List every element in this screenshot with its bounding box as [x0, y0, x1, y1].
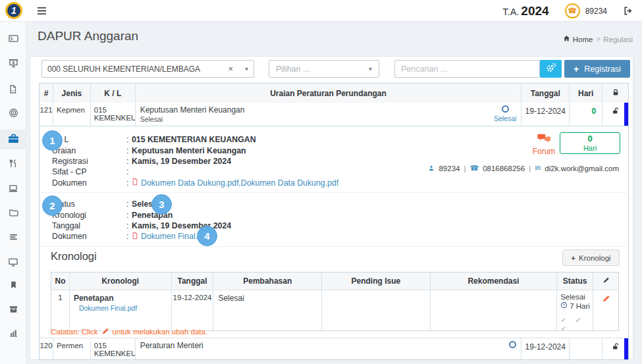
status-ring-icon[interactable] — [502, 105, 509, 113]
presentation-icon — [9, 59, 18, 71]
kronologi-table: No Kronologi Tanggal Pembahasan Pending … — [51, 272, 619, 331]
unlock-icon — [612, 107, 620, 117]
breadcrumb: Home > Regulasi — [563, 35, 633, 43]
sidebar-item-presentation[interactable] — [0, 55, 26, 74]
sidebar-item-target[interactable] — [0, 104, 26, 124]
status-ring-icon[interactable] — [509, 341, 516, 348]
kronologi-title: Kronologi — [51, 250, 97, 263]
callout-2: 2 — [42, 195, 63, 216]
contact-phone[interactable]: 0816868256 — [483, 165, 525, 172]
kcell-no: 1 — [51, 290, 70, 330]
kl-filter-value: 000 SELURUH KEMENTERIAN/LEMBAGA — [47, 65, 228, 74]
sidebar-item-stream[interactable] — [0, 228, 26, 248]
app-screen: 1 T.A.2024 ☎ 89234 — [0, 0, 642, 364]
forum-chat-icon — [537, 137, 551, 146]
callout-3: 3 — [151, 194, 172, 215]
sidebar — [0, 22, 26, 364]
callout-4: 4 — [197, 226, 217, 246]
laptop-icon — [8, 184, 18, 196]
cell-no: 120 — [40, 338, 53, 359]
main-panel: 000 SELURUH KEMENTERIAN/LEMBAGA × ▾ Pili… — [30, 56, 633, 360]
pilihan-select[interactable]: Pilihan ... ▾ — [269, 60, 379, 78]
edit-row-button[interactable] — [593, 290, 618, 330]
contact-email[interactable]: di2k.work@gmail.com — [545, 165, 619, 172]
signout-icon[interactable] — [623, 6, 633, 16]
session-badge[interactable]: ☎ 89234 — [565, 3, 607, 18]
pencil-icon — [602, 276, 610, 286]
header-jenis: Jenis — [53, 84, 91, 103]
sidebar-item-bookmark[interactable] — [0, 276, 26, 296]
unlock-icon — [612, 342, 620, 353]
header-uraian: Uraian Peraturan Perundangan — [136, 84, 522, 103]
sidebar-item-utensils[interactable] — [0, 155, 26, 174]
search-input[interactable] — [395, 61, 539, 77]
kcell-rekomendasi — [431, 290, 558, 330]
folder-icon — [9, 208, 18, 220]
regulasi-table: # Jenis K / L Uraian Peraturan Perundang… — [39, 83, 629, 360]
cell-hari: 0 — [570, 103, 602, 126]
cell-lock[interactable] — [602, 338, 628, 359]
bar-chart-icon — [9, 328, 18, 340]
logo-text: 1 — [11, 5, 16, 16]
phone-icon: ☎ — [469, 164, 479, 172]
progress-check-icons: ✔ ✔ ✔ — [560, 316, 593, 330]
clear-filter-icon[interactable]: × — [228, 64, 233, 74]
settings-button[interactable] — [540, 60, 562, 78]
cell-hari — [570, 338, 602, 359]
pilihan-placeholder: Pilihan ... — [276, 65, 369, 74]
add-kronologi-button[interactable]: + Kronologi — [562, 249, 620, 266]
chevron-down-icon: ▾ — [369, 65, 372, 72]
breadcrumb-current: Regulasi — [603, 36, 633, 43]
detail-uraian-value: Keputusan Menteri Keuangan — [132, 146, 246, 155]
sidebar-item-folder[interactable] — [0, 204, 26, 224]
utensils-icon — [9, 159, 18, 171]
kcell-pending-isue — [322, 290, 431, 330]
desktop-icon — [8, 257, 18, 270]
briefcase-icon — [8, 133, 19, 147]
divider — [41, 246, 627, 247]
detail-registrasi-value: Kamis, 19 Desember 2024 — [132, 157, 231, 166]
registrasi-button[interactable]: + Registrasi — [564, 60, 630, 78]
stream-icon — [9, 232, 18, 244]
menu-toggle-icon[interactable] — [37, 6, 47, 18]
breadcrumb-home[interactable]: Home — [563, 35, 593, 43]
kron-dokumen-link[interactable]: Dokumen Final.pdf — [79, 304, 169, 312]
dokumen-dukung-link[interactable]: Dokumen Data Dukung.pdf,Dokumen Data Duk… — [132, 178, 338, 188]
sidebar-item-file-signature[interactable] — [0, 80, 26, 100]
kl-filter-select[interactable]: 000 SELURUH KEMENTERIAN/LEMBAGA × ▾ — [41, 60, 254, 78]
callout-1: 1 — [42, 130, 63, 151]
detail-tanggal-value: Kamis, 19 Desember 2024 — [132, 221, 231, 230]
uraian-title: Keputusan Menteri Keuangan — [140, 105, 245, 115]
phone-badge-icon: ☎ — [565, 3, 580, 18]
sidebar-item-laptop[interactable] — [0, 180, 26, 199]
table-row-120[interactable]: 120 Permen 015 KEMENKEU Peraturan Menter… — [40, 338, 628, 359]
contact-code: 89234 — [439, 165, 460, 172]
divider — [41, 192, 627, 193]
header-hari: Hari — [570, 84, 602, 103]
sidebar-item-desktop[interactable] — [0, 253, 26, 273]
plus-icon: + — [571, 254, 575, 262]
pdf-icon — [132, 232, 138, 242]
cell-uraian: Keputusan Menteri Keuangan Selesai Seles… — [136, 103, 522, 126]
app-logo-icon[interactable]: 1 — [5, 2, 22, 19]
kheader-tanggal: Tanggal — [172, 273, 214, 290]
detail-info-block: K / L:015 KEMENTERIAN KEUANGAN Uraian:Ke… — [52, 134, 338, 188]
home-icon — [563, 35, 570, 43]
forum-button[interactable]: Forum — [525, 134, 562, 156]
kheader-rekomendasi: Rekomendasi — [431, 273, 558, 290]
topbar: 1 T.A.2024 ☎ 89234 — [0, 0, 642, 22]
sidebar-item-archive[interactable] — [0, 301, 26, 321]
expanded-detail-row: 1 2 3 4 K / L:015 KEMENTERIAN KEUANGAN U… — [40, 126, 628, 338]
kheader-status: Status — [557, 273, 593, 290]
cell-lock[interactable] — [602, 103, 628, 126]
pdf-icon — [132, 178, 138, 188]
regulasi-table-header: # Jenis K / L Uraian Peraturan Perundang… — [40, 84, 628, 103]
table-row-121[interactable]: 121 Kepmen 015 KEMENKEU Keputusan Menter… — [40, 103, 628, 126]
sidebar-item-bar-chart[interactable] — [0, 325, 26, 344]
envelope-icon: ✉ — [535, 164, 541, 172]
cell-kl: 015 KEMENKEU — [91, 103, 136, 126]
sidebar-item-id-card[interactable] — [0, 30, 26, 49]
kheader-no: No — [51, 273, 70, 290]
sidebar-item-briefcase[interactable] — [0, 130, 26, 149]
uraian-sub: Selesai — [140, 115, 245, 123]
